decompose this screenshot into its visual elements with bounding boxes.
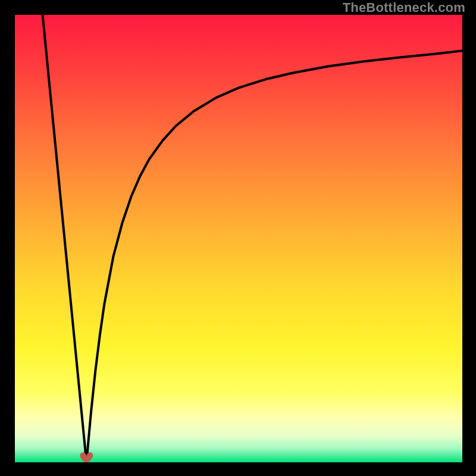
- gradient-background: [15, 15, 462, 462]
- chart-frame: TheBottleneck.com: [0, 0, 476, 476]
- watermark-text: TheBottleneck.com: [343, 0, 465, 15]
- plot-area: [15, 15, 462, 462]
- plot-svg: [15, 15, 462, 462]
